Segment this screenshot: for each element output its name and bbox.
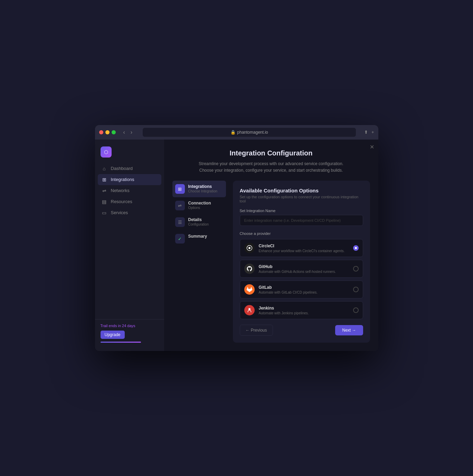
step-details-subtitle: Configuration [188, 222, 209, 226]
sidebar-label-integrations: Integrations [111, 177, 134, 182]
github-name: GitHub [259, 264, 349, 269]
circleci-info: CircleCI Enhance your workflow with Circ… [259, 244, 349, 253]
back-button[interactable]: ‹ [121, 128, 127, 136]
services-icon: ▭ [101, 210, 107, 216]
gitlab-info: GitLab Automate with GitLab CI/CD pipeli… [259, 285, 349, 294]
svg-point-1 [248, 247, 250, 249]
integration-name-label: Set Integration Name [240, 209, 363, 213]
steps-panel: ⊞ Integrations Choose Integration ⇌ Conn… [172, 181, 226, 343]
jenkins-logo [244, 305, 255, 315]
provider-option-jenkins[interactable]: Jenkins Automate with Jenkins pipelines. [240, 301, 363, 319]
lock-icon: 🔒 [230, 130, 236, 135]
upgrade-button[interactable]: Upgrade [101, 331, 125, 339]
share-icon[interactable]: ⬆ [364, 130, 368, 135]
modal-title: Integration Configuration [178, 149, 365, 157]
step-integrations-icon: ⊞ [175, 184, 185, 194]
url-text: phantomagent.io [237, 130, 268, 135]
gitlab-logo [244, 284, 255, 295]
step-integrations[interactable]: ⊞ Integrations Choose Integration [172, 181, 226, 197]
sidebar-label-dashboard: Dashboard [111, 166, 133, 171]
github-logo [244, 264, 255, 274]
sidebar-item-services[interactable]: ▭ Services [98, 207, 161, 218]
jenkins-desc: Automate with Jenkins pipelines. [259, 311, 349, 315]
step-connection-title: Connection [188, 201, 211, 206]
sidebar-item-resources[interactable]: ▤ Resources [98, 196, 161, 207]
gitlab-name: GitLab [259, 285, 349, 290]
forward-button[interactable]: › [129, 128, 134, 136]
sidebar-label-networks: Networks [111, 188, 130, 193]
sidebar-item-dashboard[interactable]: ⌂ Dashboard [98, 163, 161, 174]
step-details-labels: Details Configuration [188, 217, 209, 226]
browser-nav-buttons: ‹ › [121, 128, 135, 136]
modal-header: Integration Configuration Streamline you… [164, 140, 378, 181]
step-summary-labels: Summary [188, 234, 207, 239]
main-content: ✕ Integration Configuration Streamline y… [164, 140, 378, 351]
config-panel: Available Configuration Options Set up t… [233, 181, 370, 343]
sidebar-label-resources: Resources [111, 199, 132, 204]
sidebar-bottom: Trail ends in 24 days Upgrade [95, 319, 164, 347]
new-tab-icon[interactable]: + [371, 130, 374, 135]
dashboard-icon: ⌂ [101, 166, 107, 171]
sidebar-item-networks[interactable]: ⇌ Networks [98, 185, 161, 196]
sidebar: ⬡ ⌂ Dashboard ⊞ Integrations ⇌ Networks … [95, 140, 164, 351]
minimize-window-button[interactable] [105, 130, 110, 134]
gitlab-radio[interactable] [353, 287, 359, 292]
config-subtitle: Set up the configuration options to conn… [240, 195, 363, 203]
browser-titlebar: ‹ › 🔒 phantomagent.io ⬆ + [95, 125, 378, 140]
gitlab-desc: Automate with GitLab CI/CD pipelines. [259, 291, 349, 294]
step-integrations-subtitle: Choose Integration [188, 189, 218, 193]
circleci-desc: Enhance your workflow with CircleCI's co… [259, 249, 349, 253]
circleci-name: CircleCI [259, 244, 349, 248]
step-details[interactable]: ☰ Details Configuration [172, 214, 226, 230]
circleci-radio[interactable] [353, 245, 359, 251]
provider-label: Choose a provider [240, 231, 363, 236]
step-summary-title: Summary [188, 234, 207, 239]
app-logo[interactable]: ⬡ [101, 146, 112, 158]
jenkins-name: Jenkins [259, 306, 349, 311]
github-info: GitHub Automate with GitHub Actions self… [259, 264, 349, 274]
provider-option-github[interactable]: GitHub Automate with GitHub Actions self… [240, 260, 363, 278]
modal-subtitle: Streamline your development process with… [199, 161, 344, 174]
browser-actions: ⬆ + [364, 130, 374, 135]
sidebar-nav: ⌂ Dashboard ⊞ Integrations ⇌ Networks ▤ … [95, 163, 164, 319]
resources-icon: ▤ [101, 199, 107, 204]
previous-button[interactable]: ← Previous [240, 325, 273, 336]
svg-point-2 [248, 308, 250, 310]
traffic-lights [99, 130, 116, 134]
sidebar-item-integrations[interactable]: ⊞ Integrations [98, 174, 161, 185]
step-details-title: Details [188, 217, 209, 222]
config-title: Available Configuration Options [240, 188, 363, 193]
step-summary[interactable]: ✓ Summary [172, 230, 226, 247]
step-connection-subtitle: Options [188, 206, 211, 210]
close-window-button[interactable] [99, 130, 103, 134]
step-connection-icon: ⇌ [175, 201, 185, 210]
integration-name-input[interactable] [240, 215, 363, 226]
action-row: ← Previous Next → [240, 325, 363, 336]
networks-icon: ⇌ [101, 188, 107, 193]
circleci-logo [244, 243, 255, 253]
provider-option-circleci[interactable]: CircleCI Enhance your workflow with Circ… [240, 239, 363, 257]
jenkins-info: Jenkins Automate with Jenkins pipelines. [259, 306, 349, 315]
jenkins-radio[interactable] [353, 307, 359, 313]
integrations-icon: ⊞ [101, 177, 107, 182]
step-integrations-labels: Integrations Choose Integration [188, 184, 218, 193]
step-connection[interactable]: ⇌ Connection Options [172, 197, 226, 214]
trial-progress-bar [101, 342, 141, 343]
step-connection-labels: Connection Options [188, 201, 211, 210]
step-integrations-title: Integrations [188, 184, 218, 189]
step-details-icon: ☰ [175, 217, 185, 227]
trial-text: Trail ends in 24 days [101, 324, 159, 328]
provider-option-gitlab[interactable]: GitLab Automate with GitLab CI/CD pipeli… [240, 280, 363, 298]
address-bar[interactable]: 🔒 phantomagent.io [143, 128, 356, 137]
next-button[interactable]: Next → [335, 325, 363, 335]
content-body: ⊞ Integrations Choose Integration ⇌ Conn… [164, 181, 378, 351]
step-summary-icon: ✓ [175, 234, 185, 244]
github-radio[interactable] [353, 266, 359, 272]
maximize-window-button[interactable] [112, 130, 116, 134]
sidebar-label-services: Services [111, 210, 128, 215]
logo-icon: ⬡ [104, 149, 108, 155]
github-desc: Automate with GitHub Actions self-hosted… [259, 270, 349, 274]
close-modal-button[interactable]: ✕ [370, 144, 374, 150]
